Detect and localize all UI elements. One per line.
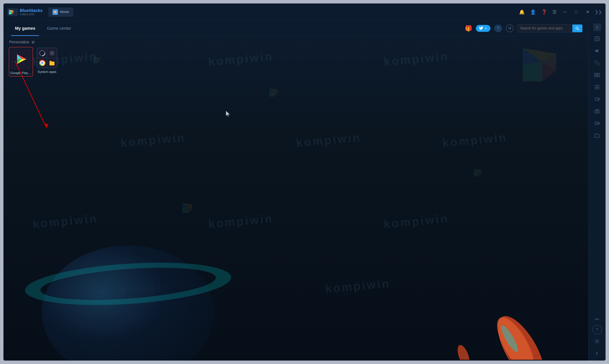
gift-icon[interactable]: 🎁 (465, 25, 472, 32)
svg-rect-12 (597, 63, 599, 65)
titlebar: BlueStacks 4.260.0.1032 🏠 Home 🔔 👤 ❓ ☰ ─… (3, 3, 606, 21)
svg-rect-14 (595, 74, 596, 74)
svg-marker-46 (182, 203, 188, 208)
background: kompiwin kompiwin kompiwin kompiwin komp… (3, 36, 588, 361)
watermark: kompiwin (441, 130, 508, 149)
settings-button[interactable] (591, 336, 603, 347)
navbar: My games Game center 🎁 ? ↺ (3, 21, 588, 36)
screenshot-area-button[interactable] (591, 58, 603, 68)
sidebar-toggle-icon[interactable]: ❯❯ (595, 10, 602, 14)
svg-marker-42 (274, 92, 278, 96)
help-button[interactable]: ? (592, 325, 602, 335)
watermark: kompiwin (208, 212, 274, 231)
svg-rect-15 (596, 74, 597, 74)
menu-icon[interactable]: ☰ (552, 9, 557, 15)
watermark: kompiwin (120, 276, 186, 295)
svg-marker-45 (182, 203, 192, 207)
active-tab[interactable]: 🏠 Home (48, 7, 73, 17)
personalize-label: Personalize (9, 40, 29, 44)
google-play-app[interactable]: Google Play ... (9, 47, 33, 76)
search-button[interactable] (572, 25, 582, 32)
bell-icon[interactable]: 🔔 (519, 9, 525, 15)
grid-icon[interactable]: ⊞ (32, 40, 35, 44)
google-play-label: Google Play ... (10, 71, 31, 75)
watermark: kompiwin (295, 130, 362, 149)
svg-rect-17 (598, 74, 599, 74)
svg-point-59 (455, 343, 472, 360)
svg-rect-16 (597, 74, 598, 74)
tab-my-games[interactable]: My games (9, 21, 41, 36)
svg-marker-41 (270, 92, 274, 96)
sidebar-expand-button[interactable]: ⟨⟩ (593, 23, 601, 31)
svg-marker-52 (474, 169, 478, 173)
record-button[interactable] (591, 94, 603, 104)
svg-rect-79 (50, 62, 54, 65)
svg-point-28 (596, 123, 597, 124)
tab-game-center[interactable]: Game center (41, 21, 77, 36)
back-button[interactable] (591, 348, 603, 359)
more-options-button[interactable]: ••• (593, 315, 601, 323)
maximize-button[interactable]: □ (573, 9, 579, 15)
svg-rect-11 (595, 61, 597, 63)
personalize-section: Personalize ⊞ (9, 40, 583, 76)
watermark: kompiwin (120, 130, 186, 149)
svg-rect-25 (595, 110, 599, 113)
svg-point-30 (576, 27, 578, 29)
account-icon[interactable]: 👤 (530, 9, 536, 15)
folder-button[interactable] (591, 130, 603, 141)
resize-button[interactable] (591, 33, 603, 44)
svg-marker-55 (478, 170, 481, 174)
search-input[interactable] (518, 24, 572, 32)
svg-marker-48 (188, 207, 192, 213)
keyboard-button[interactable] (591, 70, 603, 80)
personalize-header: Personalize ⊞ (9, 40, 583, 44)
video-record-button[interactable] (591, 118, 603, 129)
google-play-icon (10, 49, 31, 70)
navbar-actions: 🎁 ? ↺ (465, 24, 583, 32)
system-app-settings (47, 49, 56, 58)
system-app-files (47, 58, 56, 67)
refresh-button[interactable]: ↺ (506, 25, 514, 32)
app-version: 4.260.0.1032 (20, 13, 43, 16)
svg-marker-82 (226, 111, 230, 117)
twitter-button[interactable] (476, 25, 491, 32)
svg-marker-50 (474, 169, 481, 176)
watermark: kompiwin (32, 212, 98, 231)
svg-line-31 (578, 29, 579, 30)
home-tab-icon: 🏠 (52, 9, 58, 15)
svg-marker-54 (478, 172, 481, 176)
svg-rect-18 (595, 75, 596, 75)
watermark: kompiwin (383, 212, 449, 231)
help-circle-button[interactable]: ? (494, 25, 502, 32)
svg-point-26 (596, 111, 598, 112)
right-sidebar: ⟨⟩ ••• ? (588, 21, 606, 361)
close-button[interactable]: ✕ (584, 9, 591, 15)
camera-button[interactable] (591, 106, 603, 117)
volume-button[interactable] (591, 45, 603, 56)
svg-marker-47 (182, 207, 188, 213)
system-apps[interactable]: System apps (37, 47, 58, 74)
app-logo[interactable]: BlueStacks 4.260.0.1032 (7, 8, 43, 16)
system-app-chrome (38, 58, 47, 67)
search-container (517, 24, 583, 32)
system-apps-grid (37, 47, 58, 68)
svg-marker-44 (182, 203, 192, 213)
svg-marker-38 (270, 88, 278, 97)
watermark: kompiwin (325, 276, 391, 295)
svg-marker-40 (270, 88, 274, 92)
minimize-button[interactable]: ─ (562, 9, 568, 15)
nav-tabs: My games Game center (9, 21, 77, 36)
app-name: BlueStacks (20, 8, 43, 13)
svg-point-58 (499, 324, 521, 354)
import-button[interactable] (591, 82, 603, 92)
svg-marker-10 (595, 49, 598, 52)
svg-rect-19 (596, 75, 597, 75)
svg-rect-20 (597, 75, 599, 75)
svg-marker-81 (44, 123, 49, 128)
system-apps-label: System apps (38, 70, 56, 74)
svg-marker-4 (9, 12, 12, 14)
apps-grid: Google Play ... (9, 47, 583, 76)
bluestacks-logo-icon (7, 8, 18, 16)
svg-marker-51 (474, 169, 481, 172)
question-icon[interactable]: ❓ (541, 9, 547, 15)
